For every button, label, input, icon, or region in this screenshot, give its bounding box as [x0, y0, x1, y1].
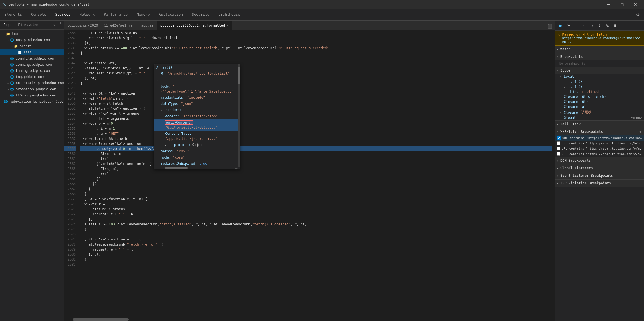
- code-line-2541[interactable]: [80, 56, 552, 61]
- tab-memory[interactable]: Memory: [132, 9, 154, 20]
- code-line-2545[interactable]: }, pt): [80, 76, 552, 81]
- code-line-2579[interactable]: request: e + " " + t: [80, 247, 552, 252]
- code-line-2559[interactable]: e.apply(void 0, n).then("kw">function(e)…: [80, 146, 552, 151]
- code-line-2572[interactable]: request: t + " " + n: [80, 212, 552, 217]
- add-xhr-breakpoint-button[interactable]: +: [639, 129, 642, 134]
- code-line-2558[interactable]: "kw">new Promise("kw">function: [80, 141, 552, 146]
- code-line-2562[interactable]: }).catch("kw">function(e) {: [80, 161, 552, 166]
- code-line-2553[interactable]: n[r] = arguments: [80, 116, 552, 121]
- tab-network[interactable]: Network: [75, 9, 99, 20]
- editor-tab-1[interactable]: pcLogging.v2020...11_ed2e7ae1.js: [64, 21, 136, 30]
- popup-hscroll-arrows[interactable]: ◀▶: [235, 167, 238, 170]
- pause-exceptions-button[interactable]: ✎: [604, 22, 611, 29]
- popup-item-anti-content[interactable]: Anti-Content: "0apAfxn5GyloF99wUs6vo...": [154, 119, 238, 131]
- code-line-2557[interactable]: "kw">return i && i.meth: [80, 136, 552, 141]
- popup-item-accept[interactable]: Accept: "application/json": [154, 113, 238, 119]
- code-line-2556[interactable]: , a = "GET";: [80, 131, 552, 136]
- code-line-2567[interactable]: }: [80, 187, 552, 192]
- popup-item-credentials[interactable]: credentials: "include": [154, 95, 238, 101]
- popup-item-method[interactable]: method: "POST": [154, 148, 238, 154]
- code-line-2544[interactable]: request: "kw">this[gt] + " ": [80, 71, 552, 76]
- code-line-2561[interactable]: t(e): [80, 156, 552, 161]
- code-line-2574[interactable]: e.status >= 400 ? at.leaveBreadcrumb("fe…: [80, 222, 552, 227]
- popup-item-redirect[interactable]: redirectOnExpired: true: [154, 160, 238, 167]
- code-line-2547[interactable]: [80, 86, 552, 91]
- file-tree-more[interactable]: »: [53, 21, 57, 29]
- tree-item-t16img[interactable]: ▸ 🌐 t16img.yangkeduo.com: [0, 92, 64, 98]
- code-line-2549[interactable]: "kw">if ("fetch"in st) {: [80, 96, 552, 101]
- code-line-2555[interactable]: , i = n[1]: [80, 126, 552, 131]
- scope-local[interactable]: ▾ Local: [555, 74, 644, 79]
- code-line-2582[interactable]: [80, 262, 552, 267]
- scope-closure-ot[interactable]: ▸ Closure (Ot): [555, 99, 644, 104]
- popup-item-0[interactable]: ▸ 0: "/mangkhut/mms/recentOrderList": [154, 70, 238, 77]
- code-line-2552[interactable]: "kw">for ("kw">var t = argume: [80, 111, 552, 116]
- code-line-2566[interactable]: }): [80, 181, 552, 187]
- scope-global[interactable]: ▸ Global Window: [555, 115, 644, 120]
- scope-closure-a[interactable]: ▸ Closure (a): [555, 104, 644, 109]
- tree-item-promotion[interactable]: ▸ 🌐 promotion.pddpic.com: [0, 86, 64, 92]
- tab-elements[interactable]: Elements: [0, 9, 27, 20]
- tree-item-commfile[interactable]: ▸ 🌐 commfile.pddpic.com: [0, 55, 64, 62]
- popup-item-content-type[interactable]: Content-Type: "application/json;char...": [154, 131, 238, 142]
- editor-tab-3-close-icon[interactable]: ✕: [227, 24, 229, 27]
- code-line-2569[interactable]: , St = "kw">function(e, t, n) {: [80, 197, 552, 202]
- xhr-bp-4[interactable]: URL contains "https://star.toutiao.com/v…: [555, 151, 644, 157]
- popup-item-mode[interactable]: mode: "cors": [154, 154, 238, 160]
- code-line-2568[interactable]: }: [80, 192, 552, 197]
- tree-item-top[interactable]: ▾ 📁 top: [0, 31, 64, 37]
- code-line-2546[interactable]: }: [80, 81, 552, 86]
- section-global-listeners-header[interactable]: ▸ Global Listeners: [555, 164, 644, 172]
- scope-closure-ot-st[interactable]: ▸ Closure (Ot.st.fetch): [555, 94, 644, 99]
- popup-item-body[interactable]: body: "{\"orderType\":1,\"afterSaleType.…: [154, 83, 238, 95]
- tree-item-list[interactable]: 📄 list: [0, 49, 64, 55]
- code-line-2551[interactable]: st.fetch = "kw">function() {: [80, 106, 552, 111]
- code-editor[interactable]: status: "kw">this.status, request: "kw">…: [78, 30, 555, 318]
- xhr-bp-2-checkbox[interactable]: [557, 141, 560, 145]
- xhr-bp-3[interactable]: URL contains "https://star.toutiao.com/v…: [555, 146, 644, 151]
- section-event-listener-header[interactable]: ▸ Event Listener Breakpoints: [555, 172, 644, 179]
- code-line-2577[interactable]: , Et = "kw">function(e, t) {: [80, 237, 552, 242]
- editor-tab-3[interactable]: pcLogging.v2020...1.js:formatted ✕: [157, 21, 232, 30]
- tree-item-mms-static[interactable]: ▸ 🌐 mms-static.pinduoduo.com: [0, 80, 64, 86]
- code-line-2576[interactable]: [80, 232, 552, 237]
- code-line-2571[interactable]: status: e.status,: [80, 207, 552, 212]
- section-csp-header[interactable]: ▸ CSP Violation Breakpoints: [555, 180, 644, 187]
- tree-item-redeviation[interactable]: ▸ 🌐 redeviation-bs-sidebar (about:bla: [0, 98, 64, 105]
- tab-lighthouse[interactable]: Lighthouse: [214, 9, 245, 20]
- settings-button[interactable]: ⚙: [634, 11, 642, 19]
- code-line-2564[interactable]: r(e): [80, 171, 552, 176]
- code-line-2581[interactable]: }: [80, 257, 552, 262]
- code-line-2550[interactable]: "kw">var e = st.fetch;: [80, 101, 552, 106]
- xhr-bp-1-checkbox[interactable]: [557, 136, 561, 140]
- code-line-2536[interactable]: status: "kw">this.status,: [80, 30, 552, 36]
- popup-scrollbar[interactable]: [238, 64, 240, 167]
- step-out-button[interactable]: ↑: [581, 22, 587, 29]
- popup-item-datatype[interactable]: dataType: "json": [154, 101, 238, 107]
- code-line-2575[interactable]: }: [80, 227, 552, 232]
- code-line-2538[interactable]: });: [80, 41, 552, 46]
- code-line-2580[interactable]: }, pt): [80, 252, 552, 257]
- section-breakpoints-header[interactable]: ▾ Breakpoints: [555, 53, 644, 60]
- tree-item-img[interactable]: ▸ 🌐 img.pddpic.com: [0, 74, 64, 80]
- code-line-2554[interactable]: "kw">var o = n[0]: [80, 121, 552, 126]
- tree-item-funimg[interactable]: ▸ 🌐 funimg.pddpic.com: [0, 68, 64, 74]
- tab-sources[interactable]: Sources: [51, 9, 75, 20]
- scope-t[interactable]: ▸ t: f (): [555, 84, 644, 89]
- tab-performance[interactable]: Performance: [99, 9, 132, 20]
- file-tree-tab-page[interactable]: Page: [0, 21, 15, 29]
- code-line-2543[interactable]: vt(mt(), "kw">this[ht]) || at.le: [80, 66, 552, 71]
- customize-devtools-button[interactable]: ⋮: [625, 11, 633, 19]
- tree-item-orders[interactable]: ▾ 📁 orders: [0, 43, 64, 49]
- section-xhr-header[interactable]: ▾ XHR/fetch Breakpoints +: [555, 128, 644, 135]
- xhr-bp-4-checkbox[interactable]: [557, 152, 560, 156]
- tree-item-mms[interactable]: ▾ 🌐 mms.pinduoduo.com: [0, 37, 64, 43]
- popup-item-proto[interactable]: ▸ __proto__: Object: [154, 142, 238, 148]
- step-button[interactable]: →: [588, 22, 595, 29]
- code-line-2573[interactable]: };: [80, 217, 552, 222]
- scope-closure-callstack[interactable]: ▸ Closure 调用栈: [555, 109, 644, 115]
- tab-application[interactable]: Application: [154, 9, 187, 20]
- code-line-2565[interactable]: }): [80, 176, 552, 181]
- popup-hscroll[interactable]: ◀▶: [154, 167, 240, 169]
- code-line-2539[interactable]: "kw">this.status >= 400 ? at.leaveBreadc…: [80, 46, 552, 51]
